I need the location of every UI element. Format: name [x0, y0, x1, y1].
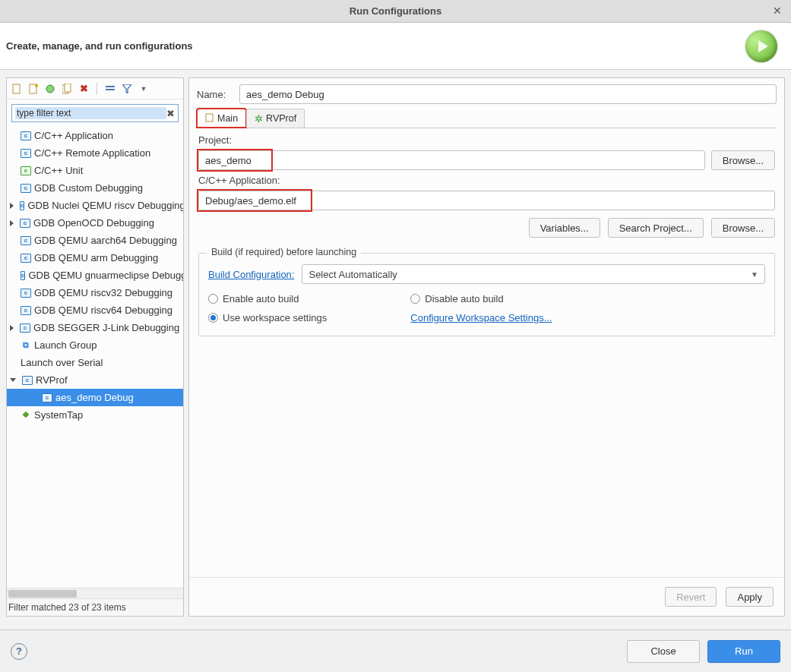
radio-use-workspace[interactable]: Use workspace settings: [208, 312, 327, 323]
build-config-select[interactable]: Select Automatically ▼: [302, 264, 765, 284]
config-toolbar: ✖ ▼: [7, 78, 183, 99]
svg-point-3: [35, 84, 38, 87]
filter-icon[interactable]: [122, 84, 132, 94]
tab-main-label: Main: [217, 113, 238, 124]
export-icon[interactable]: [45, 84, 55, 94]
tree-item[interactable]: cGDB QEMU riscv64 Debugging: [7, 301, 183, 319]
tree-item-label: GDB Custom Debugging: [34, 182, 143, 194]
config-type-icon: c: [21, 236, 31, 245]
build-fieldset: Build (if required) before launching Bui…: [198, 253, 775, 336]
app-label: C/C++ Application:: [198, 175, 775, 186]
tree-item-label: Launch Group: [34, 339, 97, 351]
build-config-value: Select Automatically: [308, 269, 397, 280]
delete-icon[interactable]: ✖: [78, 84, 89, 94]
tab-rvprof-label: RVProf: [266, 113, 296, 124]
apply-button[interactable]: Apply: [726, 587, 774, 607]
configure-workspace-link[interactable]: Configure Workspace Settings...: [410, 312, 552, 323]
tree-item-label: C/C++ Unit: [34, 165, 83, 176]
config-type-icon: c: [20, 219, 30, 228]
run-button[interactable]: Run: [707, 640, 780, 663]
tree-item[interactable]: Launch over Serial: [7, 354, 183, 371]
tree-item[interactable]: ❖SystemTap: [7, 406, 183, 424]
tree-item-label: Launch over Serial: [21, 357, 103, 368]
tree-item-label: SystemTap: [34, 409, 83, 421]
right-panel: Name: Main ✲ RVProf Project: Browse...: [188, 77, 785, 617]
rvprof-tab-icon: ✲: [255, 113, 263, 125]
tree-item[interactable]: cGDB Custom Debugging: [7, 179, 183, 197]
run-large-icon: [745, 30, 777, 62]
filter-input-box[interactable]: ✖: [11, 104, 179, 122]
help-icon[interactable]: ?: [11, 643, 27, 660]
tree-item-label: GDB QEMU aarch64 Debugging: [34, 235, 177, 246]
tree-item[interactable]: cGDB QEMU riscv32 Debugging: [7, 284, 183, 301]
collapse-all-icon[interactable]: [105, 84, 115, 94]
tree-item-label: GDB Nuclei QEMU riscv Debugging: [27, 200, 183, 211]
tree-item[interactable]: caes_demo Debug: [7, 389, 183, 406]
copy-icon[interactable]: [62, 84, 72, 94]
browse-app-button[interactable]: Browse...: [711, 218, 775, 238]
tree-item[interactable]: cGDB Nuclei QEMU riscv Debugging: [7, 197, 183, 214]
name-input[interactable]: [239, 84, 777, 104]
tree-item-label: GDB QEMU riscv32 Debugging: [34, 287, 172, 298]
svg-rect-6: [65, 84, 71, 92]
tree-item[interactable]: cGDB QEMU arm Debugging: [7, 249, 183, 267]
radio-disable-auto[interactable]: Disable auto build: [410, 293, 552, 304]
radio-enable-auto[interactable]: Enable auto build: [208, 293, 327, 304]
config-type-icon: c: [21, 271, 25, 280]
tree-item[interactable]: cRVProf: [7, 371, 183, 389]
variables-button[interactable]: Variables...: [529, 218, 600, 238]
main-tab-icon: [205, 113, 214, 125]
new-config-icon[interactable]: [11, 84, 22, 94]
footer: ? Close Run: [0, 629, 791, 672]
chevron-down-icon: ▼: [751, 270, 758, 279]
project-label: Project:: [198, 134, 775, 146]
clear-filter-icon[interactable]: ✖: [166, 108, 175, 119]
filter-dropdown-icon[interactable]: ▼: [138, 84, 149, 94]
tab-main[interactable]: Main: [197, 109, 246, 128]
tree-item[interactable]: ⧉Launch Group: [7, 336, 183, 354]
revert-button[interactable]: Revert: [665, 587, 717, 607]
config-tree[interactable]: cC/C++ ApplicationcC/C++ Remote Applicat…: [7, 125, 183, 588]
window-title: Run Configurations: [350, 5, 441, 17]
tree-item-label: C/C++ Application: [34, 130, 113, 141]
close-button[interactable]: Close: [627, 640, 700, 663]
svg-point-4: [46, 85, 54, 93]
tree-item[interactable]: cC/C++ Remote Application: [7, 144, 183, 162]
config-type-icon: c: [21, 254, 31, 263]
build-legend: Build (if required) before launching: [207, 247, 361, 257]
config-type-icon: c: [20, 201, 24, 210]
tree-item-label: GDB QEMU riscv64 Debugging: [34, 304, 172, 316]
config-type-icon: c: [21, 184, 31, 193]
tab-rvprof[interactable]: ✲ RVProf: [246, 109, 305, 128]
svg-rect-10: [206, 114, 213, 121]
tree-item[interactable]: cGDB OpenOCD Debugging: [7, 214, 183, 232]
config-type-icon: c: [20, 323, 30, 333]
tab-bar: Main ✲ RVProf: [197, 109, 777, 128]
tree-item[interactable]: cC/C++ Unit: [7, 162, 183, 179]
tree-item-label: RVProf: [36, 374, 68, 386]
svg-rect-8: [106, 89, 115, 90]
browse-project-button[interactable]: Browse...: [711, 150, 775, 170]
filter-input[interactable]: [15, 107, 166, 119]
horizontal-scrollbar[interactable]: [7, 588, 183, 598]
close-icon[interactable]: ✕: [773, 5, 782, 17]
header: Create, manage, and run configurations: [0, 23, 791, 70]
tree-item[interactable]: cGDB QEMU gnuarmeclipse Debugging (Depre…: [7, 267, 183, 284]
svg-marker-9: [122, 84, 131, 93]
tree-item[interactable]: cC/C++ Application: [7, 127, 183, 144]
search-project-button[interactable]: Search Project...: [608, 218, 704, 238]
tree-item-label: GDB QEMU gnuarmeclipse Debugging (Deprec…: [28, 270, 183, 281]
config-type-icon: c: [21, 149, 31, 158]
svg-rect-1: [13, 84, 20, 93]
name-label: Name:: [197, 89, 233, 100]
new-prototype-icon[interactable]: [28, 84, 39, 94]
project-input[interactable]: [198, 150, 705, 170]
left-panel: ✖ ▼ ✖ cC/C++ ApplicationcC/C++ Remote Ap…: [6, 77, 184, 617]
svg-rect-7: [106, 86, 115, 87]
build-config-link[interactable]: Build Configuration:: [208, 269, 294, 280]
tree-item-label: aes_demo Debug: [55, 392, 134, 403]
filter-status: Filter matched 23 of 23 items: [7, 598, 183, 616]
application-input[interactable]: [198, 191, 775, 210]
tree-item[interactable]: cGDB SEGGER J-Link Debugging: [7, 319, 183, 336]
tree-item[interactable]: cGDB QEMU aarch64 Debugging: [7, 232, 183, 249]
